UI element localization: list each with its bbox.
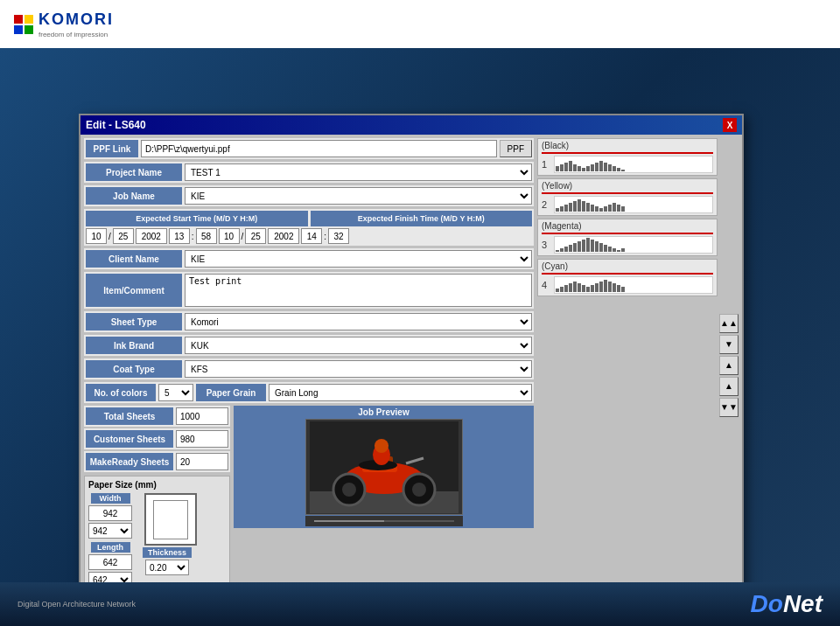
logo-sub: freedom of impression	[38, 31, 114, 38]
ink-bar-row-cyan: 4	[542, 276, 713, 294]
close-button[interactable]: X	[723, 118, 737, 132]
finish-hour-input[interactable]	[301, 228, 322, 244]
channel-num-2: 2	[542, 199, 552, 210]
finish-day-input[interactable]	[245, 228, 266, 244]
preview-panel: Job Preview	[234, 406, 534, 528]
start-day-input[interactable]	[113, 228, 134, 244]
coat-type-row: Coat Type KFS	[84, 358, 534, 379]
logo-sq-yellow	[24, 15, 33, 24]
finish-time-label: Expected Finish Time (M/D Y H:M)	[311, 211, 533, 226]
nav-up-button-3[interactable]: ▲	[719, 377, 738, 396]
project-name-row: Project Name TEST 1	[84, 162, 534, 183]
width-label: Width	[91, 493, 130, 504]
sheet-type-label: Sheet Type	[86, 313, 182, 330]
dialog-title: Edit - LS640	[86, 119, 146, 131]
ink-channel-yellow: (Yellow) 2	[537, 178, 718, 216]
channel-num-4: 4	[542, 280, 552, 290]
top-bar: KOMORI freedom of impression	[0, 0, 840, 48]
ink-name-black: (Black)	[542, 141, 713, 150]
ink-channels-container: (Black) 1	[537, 138, 738, 592]
nav-down-bottom-button[interactable]: ▼▼	[719, 398, 738, 417]
ink-bar-row-magenta: 3	[542, 236, 713, 254]
ink-brand-select[interactable]: KUK	[185, 337, 532, 354]
makeready-sheets-input[interactable]	[176, 453, 228, 470]
customer-sheets-input[interactable]	[176, 430, 228, 448]
ink-channels-list: (Black) 1	[537, 138, 718, 592]
svg-rect-1	[310, 491, 458, 513]
nav-up-button-2[interactable]: ▲	[719, 356, 738, 375]
coat-type-label: Coat Type	[86, 360, 182, 378]
ppf-link-input[interactable]	[141, 140, 497, 157]
no-colors-select[interactable]: 5	[158, 384, 193, 401]
thickness-group: Thickness 0.20	[143, 547, 192, 575]
project-name-select[interactable]: TEST 1	[185, 163, 532, 181]
time-section: Expected Start Time (M/D Y H:M) Expected…	[84, 209, 534, 246]
right-nav: ▲▲ ▼ ▲ ▲ ▼▼	[719, 314, 738, 417]
left-panel: PPF Link PPF Project Name TEST 1 Job Nam…	[84, 138, 534, 592]
ink-bars-magenta	[554, 236, 713, 254]
job-name-row: Job Name KIE	[84, 185, 534, 206]
ink-bars-cyan	[554, 276, 713, 294]
item-comment-textarea[interactable]: Test print	[185, 274, 532, 307]
logo-squares	[14, 15, 33, 34]
width-group: Width 942	[88, 493, 132, 539]
length-input[interactable]	[88, 554, 132, 570]
paper-diagram	[144, 493, 197, 546]
preview-image	[305, 419, 463, 515]
ink-name-cyan: (Cyan)	[542, 261, 713, 271]
item-comment-row: Item/Comment Test print	[84, 272, 534, 309]
bottom-left: Digital Open Architecture Network	[18, 600, 136, 609]
start-min-input[interactable]	[196, 228, 217, 244]
start-time-label: Expected Start Time (M/D Y H:M)	[86, 211, 308, 226]
thickness-select[interactable]: 0.20	[145, 560, 189, 575]
nav-down-button-1[interactable]: ▼	[719, 335, 738, 354]
ppf-button[interactable]: PPF	[500, 140, 532, 157]
ink-brand-label: Ink Brand	[86, 337, 182, 354]
width-input[interactable]	[88, 505, 132, 521]
start-hour-input[interactable]	[169, 228, 190, 244]
job-name-label: Job Name	[86, 187, 182, 205]
customer-sheets-row: Customer Sheets	[84, 428, 230, 449]
start-year-input[interactable]	[136, 228, 167, 244]
customer-sheets-label: Customer Sheets	[86, 430, 173, 448]
logo-sq-green	[24, 25, 33, 34]
ink-brand-row: Ink Brand KUK	[84, 335, 534, 356]
ink-channel-black: (Black) 1	[537, 138, 718, 176]
ink-line-black	[542, 152, 713, 154]
nav-up-top-button[interactable]: ▲▲	[719, 314, 738, 333]
motorcycle-svg	[310, 421, 458, 513]
svg-point-12	[374, 439, 388, 453]
ink-bar-row-yellow: 2	[542, 196, 713, 213]
ink-channel-cyan: (Cyan) 4	[537, 259, 718, 296]
finish-year-input[interactable]	[268, 228, 299, 244]
edit-dialog: Edit - LS640 X PPF Link PPF Project Name…	[79, 114, 744, 626]
ink-line-magenta	[542, 233, 713, 234]
client-name-select[interactable]: KIE	[185, 250, 532, 268]
makeready-sheets-row: MakeReady Sheets	[84, 451, 230, 472]
client-name-row: Client Name KIE	[84, 248, 534, 269]
svg-point-6	[412, 483, 426, 497]
time-inputs-row: / : / :	[86, 228, 532, 244]
makeready-sheets-label: MakeReady Sheets	[86, 453, 173, 470]
sheet-type-select[interactable]: Komori	[185, 313, 532, 330]
finish-month-input[interactable]	[219, 228, 240, 244]
finish-min-input[interactable]	[328, 228, 349, 244]
paper-grain-select[interactable]: Grain Long	[269, 384, 532, 401]
client-name-label: Client Name	[86, 250, 182, 268]
donet-brand: DoNet	[751, 590, 822, 618]
ppf-link-row: PPF Link PPF	[84, 138, 534, 159]
start-month-input[interactable]	[86, 228, 107, 244]
logo-area: KOMORI freedom of impression	[14, 10, 114, 38]
job-name-select[interactable]: KIE	[185, 187, 532, 205]
width-select[interactable]: 942	[88, 523, 132, 539]
ppf-link-label: PPF Link	[86, 140, 138, 157]
item-comment-label: Item/Comment	[86, 274, 182, 307]
paper-size-title: Paper Size (mm)	[88, 480, 226, 490]
svg-point-4	[342, 483, 356, 497]
coat-type-select[interactable]: KFS	[185, 360, 532, 378]
project-name-label: Project Name	[86, 163, 182, 181]
logo-sq-red	[14, 15, 23, 24]
paper-diagram-inner	[153, 500, 188, 539]
ink-line-cyan	[542, 273, 713, 275]
total-sheets-input[interactable]	[176, 407, 228, 425]
